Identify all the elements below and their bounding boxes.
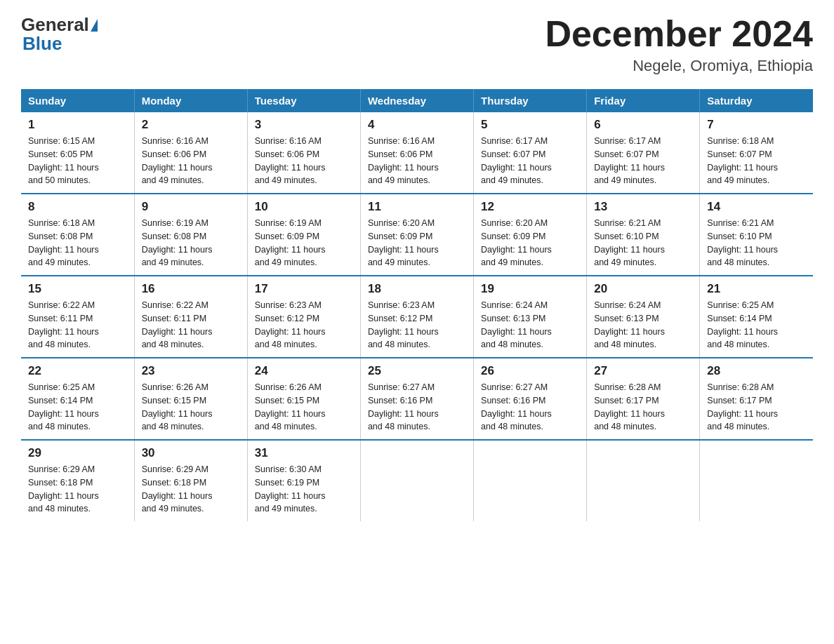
header-sunday: Sunday <box>21 89 134 112</box>
calendar-cell: 24Sunrise: 6:26 AMSunset: 6:15 PMDayligh… <box>247 358 360 440</box>
calendar-cell: 7Sunrise: 6:18 AMSunset: 6:07 PMDaylight… <box>700 112 813 194</box>
day-number: 10 <box>255 200 353 214</box>
day-number: 11 <box>368 200 466 214</box>
calendar-cell: 18Sunrise: 6:23 AMSunset: 6:12 PMDayligh… <box>360 276 473 358</box>
header-thursday: Thursday <box>474 89 587 112</box>
day-info: Sunrise: 6:30 AMSunset: 6:19 PMDaylight:… <box>255 463 353 516</box>
day-number: 15 <box>28 282 127 296</box>
day-info: Sunrise: 6:16 AMSunset: 6:06 PMDaylight:… <box>142 135 240 187</box>
calendar-cell: 23Sunrise: 6:26 AMSunset: 6:15 PMDayligh… <box>134 358 247 440</box>
day-info: Sunrise: 6:21 AMSunset: 6:10 PMDaylight:… <box>707 217 806 269</box>
calendar-table: SundayMondayTuesdayWednesdayThursdayFrid… <box>21 89 813 521</box>
calendar-cell <box>587 440 700 521</box>
day-number: 23 <box>142 364 240 378</box>
day-info: Sunrise: 6:25 AMSunset: 6:14 PMDaylight:… <box>28 381 127 434</box>
calendar-cell: 9Sunrise: 6:19 AMSunset: 6:08 PMDaylight… <box>134 194 247 276</box>
calendar-cell: 30Sunrise: 6:29 AMSunset: 6:18 PMDayligh… <box>134 440 247 521</box>
day-number: 22 <box>28 364 127 378</box>
day-info: Sunrise: 6:26 AMSunset: 6:15 PMDaylight:… <box>142 381 240 434</box>
calendar-cell: 28Sunrise: 6:28 AMSunset: 6:17 PMDayligh… <box>700 358 813 440</box>
day-number: 6 <box>594 118 692 132</box>
day-number: 5 <box>481 118 579 132</box>
day-number: 19 <box>481 282 579 296</box>
calendar-cell: 2Sunrise: 6:16 AMSunset: 6:06 PMDaylight… <box>134 112 247 194</box>
day-number: 24 <box>255 364 353 378</box>
day-info: Sunrise: 6:20 AMSunset: 6:09 PMDaylight:… <box>368 217 466 269</box>
calendar-cell: 20Sunrise: 6:24 AMSunset: 6:13 PMDayligh… <box>587 276 700 358</box>
day-number: 20 <box>594 282 692 296</box>
day-info: Sunrise: 6:22 AMSunset: 6:11 PMDaylight:… <box>28 299 127 351</box>
day-info: Sunrise: 6:17 AMSunset: 6:07 PMDaylight:… <box>594 135 692 187</box>
day-number: 25 <box>368 364 466 378</box>
day-number: 8 <box>28 200 127 214</box>
calendar-header-row: SundayMondayTuesdayWednesdayThursdayFrid… <box>21 89 813 112</box>
calendar-cell <box>700 440 813 521</box>
week-row-5: 29Sunrise: 6:29 AMSunset: 6:18 PMDayligh… <box>21 440 813 521</box>
calendar-cell: 3Sunrise: 6:16 AMSunset: 6:06 PMDaylight… <box>247 112 360 194</box>
calendar-cell: 1Sunrise: 6:15 AMSunset: 6:05 PMDaylight… <box>21 112 134 194</box>
day-info: Sunrise: 6:18 AMSunset: 6:07 PMDaylight:… <box>707 135 806 187</box>
day-number: 30 <box>142 446 240 460</box>
week-row-3: 15Sunrise: 6:22 AMSunset: 6:11 PMDayligh… <box>21 276 813 358</box>
calendar-cell: 8Sunrise: 6:18 AMSunset: 6:08 PMDaylight… <box>21 194 134 276</box>
calendar-cell: 19Sunrise: 6:24 AMSunset: 6:13 PMDayligh… <box>474 276 587 358</box>
day-info: Sunrise: 6:24 AMSunset: 6:13 PMDaylight:… <box>594 299 692 351</box>
day-info: Sunrise: 6:25 AMSunset: 6:14 PMDaylight:… <box>707 299 806 351</box>
calendar-cell: 12Sunrise: 6:20 AMSunset: 6:09 PMDayligh… <box>474 194 587 276</box>
day-info: Sunrise: 6:23 AMSunset: 6:12 PMDaylight:… <box>368 299 466 351</box>
week-row-4: 22Sunrise: 6:25 AMSunset: 6:14 PMDayligh… <box>21 358 813 440</box>
calendar-cell: 29Sunrise: 6:29 AMSunset: 6:18 PMDayligh… <box>21 440 134 521</box>
header-saturday: Saturday <box>700 89 813 112</box>
day-info: Sunrise: 6:28 AMSunset: 6:17 PMDaylight:… <box>594 381 692 434</box>
day-number: 12 <box>481 200 579 214</box>
logo: General Blue <box>21 14 99 55</box>
calendar-cell: 6Sunrise: 6:17 AMSunset: 6:07 PMDaylight… <box>587 112 700 194</box>
logo-triangle-icon <box>91 19 98 32</box>
calendar-cell <box>360 440 473 521</box>
location-subtitle: Negele, Oromiya, Ethiopia <box>545 57 813 75</box>
day-info: Sunrise: 6:26 AMSunset: 6:15 PMDaylight:… <box>255 381 353 434</box>
day-info: Sunrise: 6:15 AMSunset: 6:05 PMDaylight:… <box>28 135 127 187</box>
day-number: 21 <box>707 282 806 296</box>
calendar-cell <box>474 440 587 521</box>
calendar-cell: 4Sunrise: 6:16 AMSunset: 6:06 PMDaylight… <box>360 112 473 194</box>
calendar-cell: 15Sunrise: 6:22 AMSunset: 6:11 PMDayligh… <box>21 276 134 358</box>
header-monday: Monday <box>134 89 247 112</box>
calendar-cell: 13Sunrise: 6:21 AMSunset: 6:10 PMDayligh… <box>587 194 700 276</box>
day-info: Sunrise: 6:18 AMSunset: 6:08 PMDaylight:… <box>28 217 127 269</box>
calendar-cell: 21Sunrise: 6:25 AMSunset: 6:14 PMDayligh… <box>700 276 813 358</box>
day-info: Sunrise: 6:16 AMSunset: 6:06 PMDaylight:… <box>255 135 353 187</box>
calendar-cell: 14Sunrise: 6:21 AMSunset: 6:10 PMDayligh… <box>700 194 813 276</box>
day-number: 14 <box>707 200 806 214</box>
day-info: Sunrise: 6:20 AMSunset: 6:09 PMDaylight:… <box>481 217 579 269</box>
day-info: Sunrise: 6:27 AMSunset: 6:16 PMDaylight:… <box>481 381 579 434</box>
day-number: 4 <box>368 118 466 132</box>
day-info: Sunrise: 6:28 AMSunset: 6:17 PMDaylight:… <box>707 381 806 434</box>
day-info: Sunrise: 6:19 AMSunset: 6:09 PMDaylight:… <box>255 217 353 269</box>
header-friday: Friday <box>587 89 700 112</box>
day-number: 13 <box>594 200 692 214</box>
day-number: 16 <box>142 282 240 296</box>
day-number: 18 <box>368 282 466 296</box>
header-tuesday: Tuesday <box>247 89 360 112</box>
logo-blue-text: Blue <box>22 33 62 54</box>
day-number: 3 <box>255 118 353 132</box>
calendar-cell: 11Sunrise: 6:20 AMSunset: 6:09 PMDayligh… <box>360 194 473 276</box>
week-row-2: 8Sunrise: 6:18 AMSunset: 6:08 PMDaylight… <box>21 194 813 276</box>
day-number: 7 <box>707 118 806 132</box>
day-number: 29 <box>28 446 127 460</box>
day-info: Sunrise: 6:29 AMSunset: 6:18 PMDaylight:… <box>142 463 240 516</box>
day-info: Sunrise: 6:21 AMSunset: 6:10 PMDaylight:… <box>594 217 692 269</box>
header-wednesday: Wednesday <box>360 89 473 112</box>
calendar-cell: 25Sunrise: 6:27 AMSunset: 6:16 PMDayligh… <box>360 358 473 440</box>
day-info: Sunrise: 6:16 AMSunset: 6:06 PMDaylight:… <box>368 135 466 187</box>
day-number: 1 <box>28 118 127 132</box>
calendar-cell: 27Sunrise: 6:28 AMSunset: 6:17 PMDayligh… <box>587 358 700 440</box>
title-area: December 2024 Negele, Oromiya, Ethiopia <box>545 14 813 75</box>
page-header: General Blue December 2024 Negele, Oromi… <box>21 14 813 75</box>
day-info: Sunrise: 6:23 AMSunset: 6:12 PMDaylight:… <box>255 299 353 351</box>
week-row-1: 1Sunrise: 6:15 AMSunset: 6:05 PMDaylight… <box>21 112 813 194</box>
day-info: Sunrise: 6:17 AMSunset: 6:07 PMDaylight:… <box>481 135 579 187</box>
day-number: 31 <box>255 446 353 460</box>
calendar-cell: 17Sunrise: 6:23 AMSunset: 6:12 PMDayligh… <box>247 276 360 358</box>
